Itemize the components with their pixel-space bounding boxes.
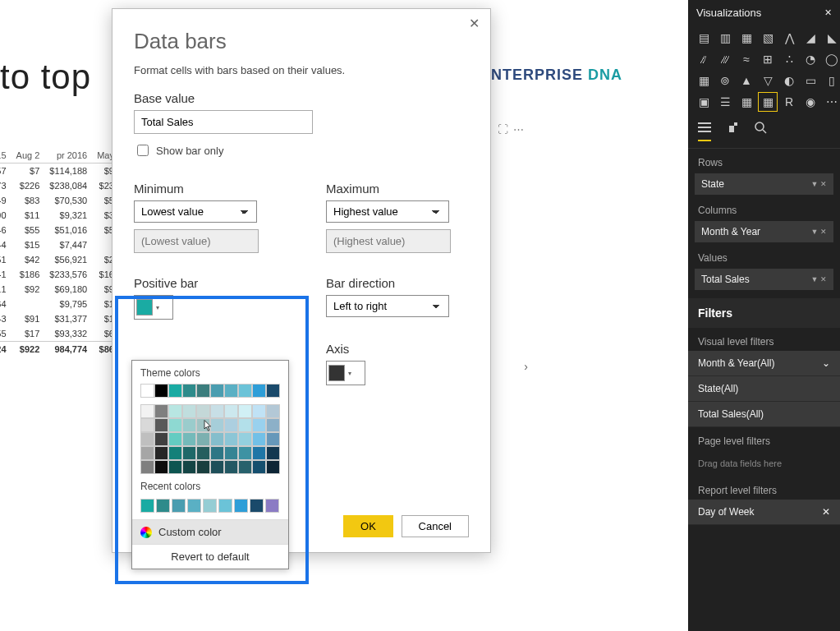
- scatter-icon[interactable]: ∴: [780, 50, 798, 68]
- color-swatch[interactable]: [210, 418, 224, 432]
- ok-button[interactable]: OK: [343, 515, 393, 537]
- matrix-icon[interactable]: ▦: [759, 93, 777, 111]
- multi-card-icon[interactable]: ▯: [823, 71, 840, 90]
- color-swatch[interactable]: [210, 446, 224, 460]
- filter-month-year[interactable]: Month & Year(All)⌄: [688, 351, 840, 376]
- r-visual-icon[interactable]: R: [780, 93, 798, 111]
- stacked-bar-icon[interactable]: ▤: [695, 29, 713, 47]
- line-clustered-icon[interactable]: ⫻: [716, 50, 734, 68]
- stacked-area-icon[interactable]: ◣: [823, 29, 840, 47]
- column-header[interactable]: Jul 2015: [0, 148, 11, 164]
- color-swatch[interactable]: [234, 499, 248, 513]
- color-swatch[interactable]: [140, 432, 154, 446]
- more-options-icon[interactable]: ⋯: [513, 123, 524, 136]
- color-swatch[interactable]: [156, 499, 170, 513]
- axis-color-button[interactable]: ▾: [326, 361, 365, 385]
- color-swatch[interactable]: [210, 404, 224, 418]
- color-swatch[interactable]: [182, 446, 196, 460]
- color-swatch[interactable]: [182, 460, 196, 474]
- color-swatch[interactable]: [203, 499, 217, 513]
- color-swatch[interactable]: [140, 460, 154, 474]
- line-chart-icon[interactable]: ⋀: [780, 29, 798, 47]
- color-swatch[interactable]: [238, 432, 252, 446]
- show-bar-only-checkbox[interactable]: Show bar only: [134, 142, 469, 159]
- funnel-icon[interactable]: ▽: [759, 71, 777, 90]
- color-swatch[interactable]: [252, 404, 266, 418]
- fields-tab[interactable]: [698, 121, 711, 141]
- map-icon[interactable]: ⊚: [716, 71, 734, 90]
- color-swatch[interactable]: [224, 404, 238, 418]
- color-swatch[interactable]: [218, 499, 232, 513]
- bar-direction-select[interactable]: Left to right: [326, 295, 449, 317]
- custom-color-item[interactable]: Custom color: [132, 519, 288, 544]
- color-swatch[interactable]: [154, 418, 168, 432]
- color-swatch[interactable]: [196, 432, 210, 446]
- values-field[interactable]: Total Sales▼ ✕: [695, 269, 833, 290]
- base-value-input[interactable]: [134, 110, 313, 134]
- columns-field[interactable]: Month & Year▼ ✕: [695, 221, 833, 242]
- color-swatch[interactable]: [210, 432, 224, 446]
- color-swatch[interactable]: [238, 460, 252, 474]
- pie-icon[interactable]: ◔: [801, 50, 819, 68]
- color-swatch[interactable]: [187, 499, 201, 513]
- slicer-icon[interactable]: ☰: [716, 93, 734, 111]
- color-swatch[interactable]: [154, 446, 168, 460]
- color-swatch[interactable]: [196, 418, 210, 432]
- collapse-pane-icon[interactable]: ✕: [824, 7, 832, 18]
- color-swatch[interactable]: [224, 384, 238, 398]
- color-swatch[interactable]: [210, 460, 224, 474]
- area-chart-icon[interactable]: ◢: [801, 29, 819, 47]
- color-swatch[interactable]: [172, 499, 186, 513]
- color-swatch[interactable]: [196, 446, 210, 460]
- maximum-select[interactable]: Highest value: [326, 200, 449, 223]
- color-swatch[interactable]: [266, 460, 280, 474]
- color-swatch[interactable]: [250, 499, 264, 513]
- color-swatch[interactable]: [168, 384, 182, 398]
- table-icon[interactable]: ▦: [737, 93, 755, 111]
- revert-default-item[interactable]: Revert to default: [132, 544, 288, 569]
- globe-icon[interactable]: ◉: [801, 93, 819, 111]
- color-swatch[interactable]: [238, 404, 252, 418]
- color-swatch[interactable]: [224, 418, 238, 432]
- page-filters-dropzone[interactable]: Drag data fields here: [688, 450, 840, 477]
- color-swatch[interactable]: [266, 384, 280, 398]
- color-swatch[interactable]: [196, 460, 210, 474]
- filter-state[interactable]: State(All): [688, 376, 840, 402]
- color-swatch[interactable]: [252, 432, 266, 446]
- color-swatch[interactable]: [252, 460, 266, 474]
- color-swatch[interactable]: [182, 384, 196, 398]
- filter-day-of-week[interactable]: Day of Week✕: [688, 500, 840, 525]
- line-stacked-icon[interactable]: ⫽: [695, 50, 713, 68]
- rows-field[interactable]: State▼ ✕: [695, 173, 833, 195]
- format-tab[interactable]: [726, 121, 739, 141]
- custom-visual-icon[interactable]: ⋯: [823, 93, 840, 111]
- color-swatch[interactable]: [238, 446, 252, 460]
- color-swatch[interactable]: [238, 418, 252, 432]
- color-swatch[interactable]: [252, 446, 266, 460]
- color-swatch[interactable]: [154, 404, 168, 418]
- visual-type-gallery[interactable]: ▤ ▥ ▦ ▧ ⋀ ◢ ◣ ⫽ ⫻ ≈ ⊞ ∴ ◔ ◯ ▦ ⊚ ▲ ▽ ◐ ▭ …: [688, 25, 840, 114]
- color-swatch[interactable]: [140, 446, 154, 460]
- stacked-column-icon[interactable]: ▥: [716, 29, 734, 47]
- treemap-icon[interactable]: ▦: [695, 71, 713, 90]
- clustered-bar-icon[interactable]: ▦: [737, 29, 755, 47]
- color-swatch[interactable]: [168, 460, 182, 474]
- kpi-icon[interactable]: ▣: [695, 93, 713, 111]
- color-swatch[interactable]: [154, 432, 168, 446]
- color-swatch[interactable]: [252, 384, 266, 398]
- color-swatch[interactable]: [266, 418, 280, 432]
- analytics-tab[interactable]: [754, 121, 767, 141]
- cancel-button[interactable]: Cancel: [402, 515, 469, 537]
- color-swatch[interactable]: [224, 432, 238, 446]
- color-swatch[interactable]: [196, 404, 210, 418]
- gauge-icon[interactable]: ◐: [780, 71, 798, 90]
- color-swatch[interactable]: [168, 432, 182, 446]
- column-header[interactable]: Aug 2: [11, 148, 45, 164]
- color-swatch[interactable]: [140, 404, 154, 418]
- color-swatch[interactable]: [265, 499, 279, 513]
- color-swatch[interactable]: [168, 446, 182, 460]
- color-swatch[interactable]: [266, 432, 280, 446]
- scroll-right-icon[interactable]: ›: [524, 360, 528, 373]
- color-swatch[interactable]: [266, 404, 280, 418]
- color-swatch[interactable]: [140, 384, 154, 398]
